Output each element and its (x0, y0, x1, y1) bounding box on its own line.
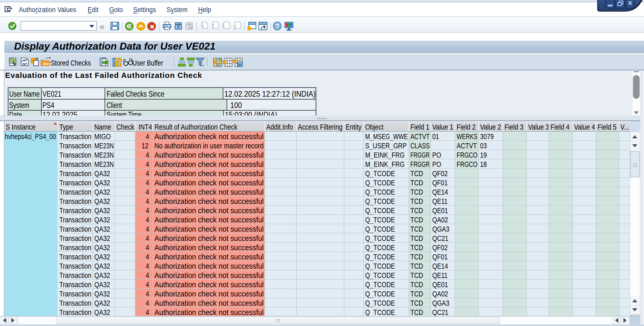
svg-text:?: ? (275, 22, 280, 30)
svg-text:H: H (239, 63, 241, 67)
